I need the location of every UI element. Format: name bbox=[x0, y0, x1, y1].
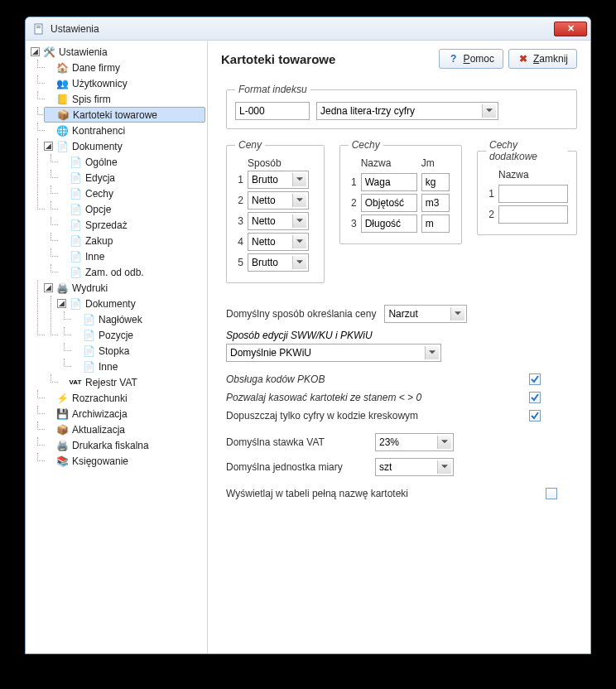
tree-aktualizacja[interactable]: 📦Aktualizacja bbox=[44, 422, 205, 437]
svg-rect-1 bbox=[36, 26, 41, 26]
cecha-3-nazwa[interactable] bbox=[361, 214, 417, 233]
tree-wydruki[interactable]: ◢🖨️Wydruki bbox=[44, 280, 205, 296]
expand-toggle[interactable]: ◢ bbox=[31, 47, 40, 56]
cecha-2-nazwa[interactable] bbox=[361, 194, 417, 212]
tree-rozrachunki[interactable]: ⚡Rozrachunki bbox=[44, 390, 205, 406]
printer-icon: 🖨️ bbox=[55, 282, 69, 295]
tree-dane-firmy[interactable]: 🏠Dane firmy bbox=[44, 60, 205, 75]
tree-kontrahenci[interactable]: 🌐Kontrahenci bbox=[44, 123, 205, 138]
tree-wyd-naglowek[interactable]: 📄Nagłówek bbox=[70, 311, 205, 327]
cena-5-combo[interactable]: Brutto bbox=[248, 253, 309, 272]
chk-kasowac-label: Pozwalaj kasować kartoteki ze stanem < >… bbox=[226, 392, 421, 403]
cena-4-combo[interactable]: Netto bbox=[248, 233, 309, 251]
page-icon: 📄 bbox=[82, 360, 95, 373]
settings-window: Ustawienia ✕ ◢ 🛠️ Ustawienia 🏠Dane firmy bbox=[25, 17, 591, 654]
format-description-combo[interactable]: Jedna litera-trzy cyfry bbox=[316, 102, 498, 120]
cecha-dod-1[interactable] bbox=[498, 185, 568, 203]
chk-kreskowy[interactable] bbox=[529, 410, 541, 422]
chk-kasowac[interactable] bbox=[529, 392, 541, 403]
tree-wyd-dokumenty[interactable]: ◢📄Dokumenty bbox=[57, 296, 205, 311]
tree-wyd-inne[interactable]: 📄Inne bbox=[70, 359, 205, 374]
page-icon: 📄 bbox=[82, 329, 95, 342]
window-close-button[interactable]: ✕ bbox=[554, 22, 587, 36]
default-jm-combo[interactable]: szt bbox=[375, 458, 454, 476]
fieldset-cechy: Cechy NazwaJm 1 2 3 bbox=[339, 139, 462, 244]
page-icon: 📄 bbox=[69, 219, 82, 232]
ceny-header: Sposób bbox=[248, 157, 315, 169]
expand-toggle[interactable]: ◢ bbox=[44, 142, 53, 151]
fieldset-ceny: Ceny Sposób 1Brutto 2Netto 3Netto 4Netto… bbox=[226, 139, 325, 283]
book-icon: 📒 bbox=[55, 93, 69, 106]
expand-toggle[interactable]: ◢ bbox=[57, 299, 66, 308]
page-icon: 📄 bbox=[69, 156, 82, 169]
tree-uzytkownicy[interactable]: 👥Użytkownicy bbox=[44, 75, 205, 91]
page-icon: 📄 bbox=[69, 171, 82, 185]
page-icon: 📄 bbox=[82, 313, 95, 326]
default-vat-combo[interactable]: 23% bbox=[375, 433, 454, 451]
cecha-1-nazwa[interactable] bbox=[361, 173, 417, 191]
tree-wyd-stopka[interactable]: 📄Stopka bbox=[70, 343, 205, 359]
svg-rect-0 bbox=[35, 24, 42, 34]
users-icon: 👥 bbox=[55, 77, 69, 90]
printer-fiscal-icon: 🖨️ bbox=[55, 439, 69, 452]
cena-2-combo[interactable]: Netto bbox=[248, 191, 309, 210]
window-title: Ustawienia bbox=[51, 23, 99, 35]
bolt-icon: ⚡ bbox=[55, 392, 69, 405]
default-jm-label: Domyślna jednostka miary bbox=[226, 461, 367, 473]
tree-dokumenty[interactable]: ◢📄Dokumenty bbox=[44, 138, 205, 154]
tree-wyd-pozycje[interactable]: 📄Pozycje bbox=[70, 327, 205, 343]
tree-dok-opcje[interactable]: 📄Opcje bbox=[57, 201, 205, 217]
help-label: P bbox=[464, 53, 470, 65]
sww-combo[interactable]: Domyślnie PKWiU bbox=[226, 344, 441, 362]
settings-tree[interactable]: ◢ 🛠️ Ustawienia 🏠Dane firmy 👥Użytkownicy… bbox=[27, 44, 205, 469]
tree-dok-inne[interactable]: 📄Inne bbox=[57, 248, 205, 264]
cena-1-combo[interactable]: Brutto bbox=[248, 171, 309, 189]
sidebar: ◢ 🛠️ Ustawienia 🏠Dane firmy 👥Użytkownicy… bbox=[26, 41, 208, 653]
page-title: Kartoteki towarowe bbox=[221, 52, 439, 66]
chk-pelna-nazwa[interactable] bbox=[546, 488, 557, 499]
document-icon bbox=[32, 22, 46, 36]
cena-3-combo[interactable]: Netto bbox=[248, 212, 309, 230]
tree-dok-zam[interactable]: 📄Zam. od odb. bbox=[57, 264, 205, 280]
tree-dok-cechy[interactable]: 📄Cechy bbox=[57, 186, 205, 201]
page-icon: 📄 bbox=[82, 344, 95, 358]
format-input[interactable] bbox=[235, 102, 310, 120]
tree-dok-ogolne[interactable]: 📄Ogólne bbox=[57, 154, 205, 170]
tree-drukarka-fiskalna[interactable]: 🖨️Drukarka fiskalna bbox=[44, 437, 205, 453]
tree-archiwizacja[interactable]: 💾Archiwizacja bbox=[44, 406, 205, 422]
default-price-combo[interactable]: Narzut bbox=[384, 305, 467, 323]
update-icon: 📦 bbox=[55, 423, 69, 436]
legend-format: Format indeksu bbox=[235, 84, 310, 95]
titlebar[interactable]: Ustawienia ✕ bbox=[26, 17, 590, 41]
default-price-label: Domyślny sposób określania ceny bbox=[226, 308, 376, 320]
home-icon: 🏠 bbox=[55, 61, 69, 75]
page-icon: 📄 bbox=[69, 234, 82, 248]
tree-rejestr-vat[interactable]: VATRejestr VAT bbox=[57, 374, 205, 390]
tree-dok-sprzedaz[interactable]: 📄Sprzedaż bbox=[57, 217, 205, 233]
tools-icon: 🛠️ bbox=[42, 46, 55, 59]
ledger-icon: 📚 bbox=[55, 455, 69, 468]
close-icon: ✖ bbox=[517, 53, 529, 65]
help-button[interactable]: ? Pomoc bbox=[439, 49, 503, 69]
documents-icon: 📄 bbox=[69, 297, 82, 311]
tree-ksiegowanie[interactable]: 📚Księgowanie bbox=[44, 453, 205, 469]
tree-dok-edycja[interactable]: 📄Edycja bbox=[57, 170, 205, 186]
cecha-2-jm[interactable] bbox=[421, 194, 450, 212]
svg-rect-2 bbox=[36, 27, 41, 28]
cecha-3-jm[interactable] bbox=[421, 214, 450, 233]
tree-root-ustawienia[interactable]: ◢ 🛠️ Ustawienia bbox=[31, 44, 205, 60]
tree-kartoteki-towarowe[interactable]: 📦Kartoteki towarowe bbox=[44, 107, 205, 123]
fieldset-cechy-dodatkowe: Cechy dodatkowe Nazwa 1 2 bbox=[477, 139, 577, 235]
page-icon: 📄 bbox=[69, 266, 82, 279]
chk-pkob-label: Obsługa kodów PKOB bbox=[226, 373, 325, 385]
tree-dok-zakup[interactable]: 📄Zakup bbox=[57, 233, 205, 248]
chk-kreskowy-label: Dopuszczaj tylko cyfry w kodzie kreskowy… bbox=[226, 410, 418, 422]
box-icon: 📦 bbox=[56, 108, 70, 122]
tree-spis-firm[interactable]: 📒Spis firm bbox=[44, 91, 205, 107]
chk-pkob[interactable] bbox=[529, 373, 541, 385]
close-button[interactable]: ✖ Zamknij bbox=[508, 49, 577, 69]
fieldset-format-indeksu: Format indeksu Jedna litera-trzy cyfry bbox=[226, 84, 577, 129]
cecha-1-jm[interactable] bbox=[421, 173, 450, 191]
cecha-dod-2[interactable] bbox=[498, 205, 568, 224]
expand-toggle[interactable]: ◢ bbox=[44, 283, 53, 292]
